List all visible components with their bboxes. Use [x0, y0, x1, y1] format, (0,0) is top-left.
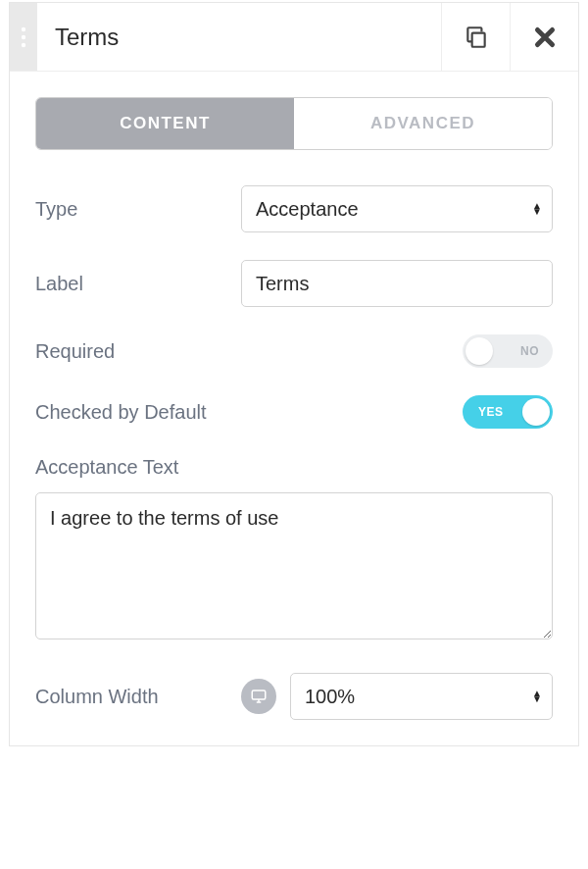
required-label: Required [35, 340, 463, 363]
label-label: Label [35, 273, 241, 295]
settings-panel: Terms CONTENT ADVANCED Type Acceptance ▲… [9, 2, 579, 746]
column-width-value: 100% [305, 686, 355, 708]
svg-point-0 [22, 26, 25, 30]
close-icon [532, 25, 558, 50]
drag-icon [21, 26, 26, 48]
acceptance-text-label: Acceptance Text [35, 456, 553, 479]
field-label: Label [35, 260, 553, 307]
svg-point-1 [22, 34, 25, 38]
column-width-label: Column Width [35, 686, 241, 708]
toggle-knob [522, 398, 550, 426]
svg-rect-3 [471, 32, 484, 46]
required-toggle[interactable]: NO [463, 334, 553, 368]
checked-default-label: Checked by Default [35, 401, 463, 424]
tabs: CONTENT ADVANCED [35, 97, 553, 150]
field-column-width: Column Width 100% ▲▼ [35, 673, 553, 720]
type-select[interactable]: Acceptance ▲▼ [241, 185, 553, 232]
required-toggle-text: NO [520, 344, 539, 358]
column-width-select[interactable]: 100% ▲▼ [290, 673, 553, 720]
desktop-icon [250, 688, 268, 705]
duplicate-button[interactable] [441, 3, 510, 71]
label-input[interactable] [241, 260, 553, 307]
svg-point-2 [22, 42, 25, 46]
type-value: Acceptance [256, 198, 359, 221]
tab-advanced[interactable]: ADVANCED [294, 98, 552, 149]
close-button[interactable] [510, 3, 578, 71]
drag-handle[interactable] [10, 3, 37, 71]
field-required: Required NO [35, 334, 553, 368]
type-label: Type [35, 198, 241, 221]
panel-header: Terms [10, 3, 578, 72]
svg-rect-4 [252, 690, 266, 699]
duplicate-icon [464, 25, 489, 50]
tab-content[interactable]: CONTENT [36, 98, 294, 149]
checked-default-toggle[interactable]: YES [463, 395, 553, 429]
checked-default-toggle-text: YES [478, 405, 504, 419]
acceptance-text-input[interactable] [35, 492, 553, 639]
select-arrows-icon: ▲▼ [532, 690, 542, 702]
panel-title: Terms [37, 3, 441, 71]
select-arrows-icon: ▲▼ [532, 203, 542, 215]
field-checked-default: Checked by Default YES [35, 395, 553, 429]
responsive-device-button[interactable] [241, 679, 276, 714]
panel-body: CONTENT ADVANCED Type Acceptance ▲▼ Labe… [10, 72, 578, 745]
toggle-knob [466, 337, 493, 365]
field-type: Type Acceptance ▲▼ [35, 185, 553, 232]
